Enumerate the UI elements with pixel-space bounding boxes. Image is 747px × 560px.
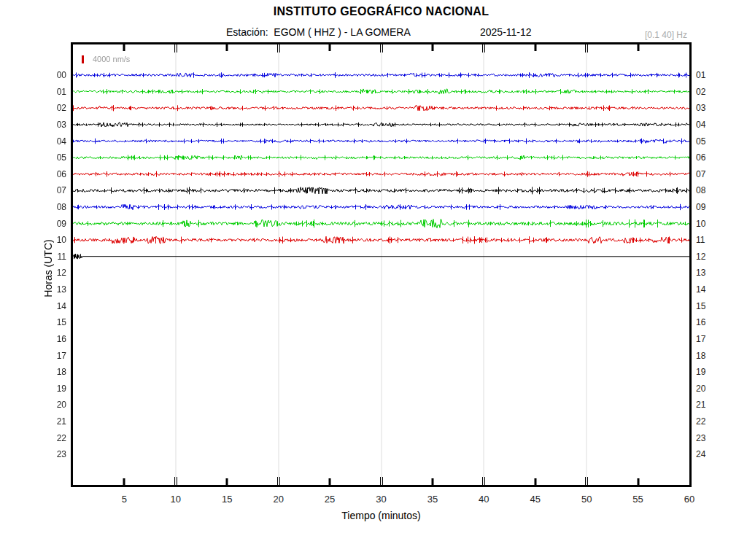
hour-label-left: 17 [41,350,66,362]
hour-label-left: 18 [41,366,66,378]
hour-label-right: 06 [696,152,721,163]
hour-label-left: 01 [41,86,66,98]
hour-label-right: 04 [696,119,721,131]
hour-label-left: 09 [41,218,66,230]
hour-label-left: 16 [41,333,66,345]
hour-label-right: 05 [696,136,721,147]
x-tick-label: 45 [521,494,550,505]
hour-label-right: 23 [696,432,721,444]
hour-label-left: 02 [41,102,66,114]
hour-label-right: 01 [696,69,721,81]
x-tick-label: 20 [264,494,293,505]
filter-band-label: [0.1 40] Hz [645,30,687,40]
hour-label-right: 12 [696,251,721,262]
hour-label-right: 03 [696,102,721,114]
hour-label-left: 15 [41,316,66,328]
station-subtitle: Estación: EGOM ( HHZ ) - LA GOMERA [226,26,411,38]
x-tick-label: 30 [367,494,396,505]
x-tick-label: 25 [315,494,344,505]
legend-scale-marker-icon [82,55,84,63]
x-tick-label: 40 [469,494,498,505]
page-title: INSTITUTO GEOGRÁFICO NACIONAL [71,5,692,18]
x-tick-label: 10 [161,494,190,505]
hour-label-left: 07 [41,184,66,196]
hour-label-left: 22 [41,432,66,444]
hour-label-left: 04 [41,136,66,147]
x-tick-label: 60 [675,494,704,505]
x-tick-label: 15 [212,494,241,505]
hour-label-right: 17 [696,333,721,345]
hour-label-right: 18 [696,350,721,362]
y-axis-title: Horas (UTC) [42,239,54,297]
hour-label-left: 00 [41,69,66,81]
hour-label-right: 20 [696,383,721,394]
x-tick-label: 50 [572,494,601,505]
hour-label-right: 10 [696,218,721,230]
hour-label-right: 08 [696,184,721,196]
legend-scale-label: 4000 nm/s [93,55,130,63]
hour-label-left: 14 [41,300,66,312]
hour-label-right: 15 [696,300,721,312]
hour-label-right: 22 [696,416,721,427]
hour-label-right: 24 [696,448,721,460]
hour-label-right: 09 [696,201,721,213]
hour-label-right: 02 [696,86,721,98]
hour-label-left: 03 [41,119,66,131]
x-tick-label: 55 [624,494,653,505]
hour-label-right: 14 [696,284,721,295]
hour-label-right: 19 [696,366,721,378]
hour-label-left: 08 [41,201,66,213]
hour-label-right: 11 [696,234,721,246]
hour-label-right: 16 [696,316,721,328]
hour-label-right: 21 [696,399,721,411]
x-tick-label: 5 [109,494,139,505]
hour-label-left: 19 [41,383,66,394]
header-date: 2025-11-12 [480,26,532,38]
hour-label-left: 21 [41,416,66,427]
x-tick-label: 35 [418,494,447,505]
hour-label-right: 07 [696,168,721,180]
hour-label-left: 05 [41,152,66,163]
helicorder-canvas [73,44,689,485]
hour-label-right: 13 [696,267,721,279]
hour-label-left: 23 [41,448,66,460]
x-axis-title: Tiempo (minutos) [71,510,692,521]
hour-label-left: 20 [41,399,66,411]
hour-label-left: 06 [41,168,66,180]
